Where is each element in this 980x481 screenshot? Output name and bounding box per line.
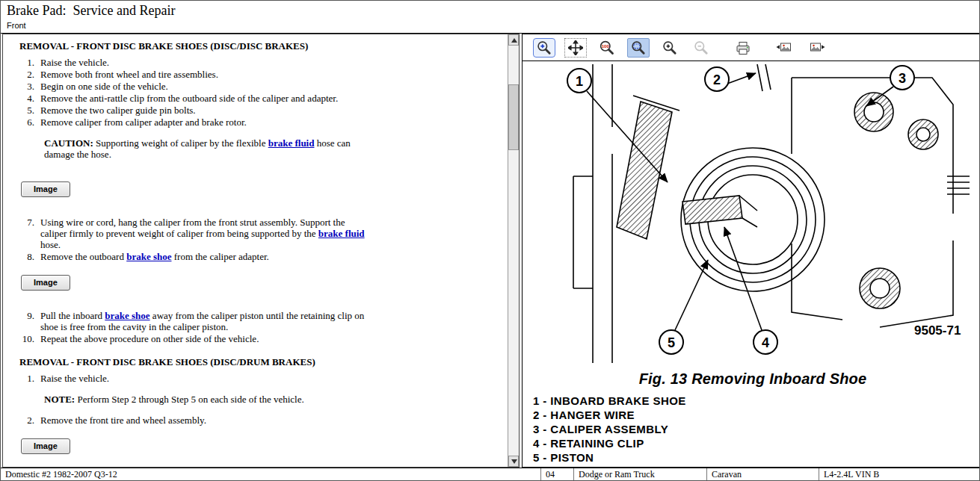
step-text-part: Remove the anti-rattle clip from the out… [40, 93, 338, 104]
step-text-part: Remove the two caliper guide pin bolts. [40, 105, 196, 116]
print-icon [735, 40, 751, 56]
step-text: Remove the two caliper guide pin bolts. [40, 105, 196, 116]
step-text-part: Using wire or cord, hang the caliper fro… [40, 217, 345, 239]
legend-item: 5 - PISTON [533, 450, 979, 465]
figure-area: 1 2 3 4 5 9505-71 Fig. 13 Removing Inboa… [523, 61, 979, 467]
step-text-part: Begin on one side of the vehicle. [40, 81, 168, 92]
image-toolbar: 100 [523, 34, 979, 61]
status-make: Dodge or Ram Truck [573, 468, 706, 480]
step-text: Remove the front tire and wheel assembly… [40, 415, 206, 426]
step-text-part: Raise the vehicle. [40, 57, 109, 68]
brake-fluid-link[interactable]: brake fluid [318, 228, 365, 239]
previous-image-button[interactable] [774, 38, 796, 58]
step-text-part: Remove both front wheel and tire assembl… [40, 69, 218, 80]
caution-text: Supporting weight of caliper by the flex… [93, 137, 268, 149]
procedure-step: 6. Remove caliper from caliper adapter a… [19, 117, 502, 128]
step-number: 6. [19, 117, 40, 128]
figure-caption: Fig. 13 Removing Inboard Shoe [528, 370, 977, 388]
step-text-part: Remove the outboard [40, 251, 126, 262]
status-database: Domestic #2 1982-2007 Q3-12 [1, 468, 540, 480]
procedure-step: 5. Remove the two caliper guide pin bolt… [19, 105, 502, 116]
scroll-down-button[interactable] [508, 456, 519, 467]
step-text: Using wire or cord, hang the caliper fro… [40, 217, 373, 250]
brake-assembly-drawing [573, 64, 970, 363]
step-number: 1. [19, 373, 40, 384]
step-number: 2. [19, 415, 40, 426]
note-paragraph: NOTE: Perform Step 2 through Step 5 on e… [44, 394, 433, 405]
callout-3-label: 3 [899, 71, 906, 86]
brake-shoe-link[interactable]: brake shoe [105, 310, 150, 321]
step-text-part: Remove the front tire and wheel assembly… [40, 415, 206, 426]
step-text-part: hose. [40, 239, 61, 250]
main-area: REMOVAL - FRONT DISC BRAKE SHOES (DISC/D… [1, 34, 979, 468]
step-text-part: from the caliper adapter. [171, 251, 268, 262]
print-button[interactable] [732, 38, 754, 58]
step-text-part: Pull the inboard [40, 310, 105, 321]
procedure-step: 4. Remove the anti-rattle clip from the … [19, 93, 502, 104]
step-text: Remove both front wheel and tire assembl… [40, 69, 218, 80]
app-window: Brake Pad: Service and Repair Front REMO… [0, 0, 980, 481]
step-text-part: Raise the vehicle. [40, 373, 109, 384]
document-panel: REMOVAL - FRONT DISC BRAKE SHOES (DISC/D… [2, 34, 520, 468]
step-text: Remove the outboard brake shoe from the … [40, 251, 269, 262]
zoom-in-step-icon [662, 40, 678, 56]
status-bar: Domestic #2 1982-2007 Q3-12 04 Dodge or … [1, 468, 979, 480]
procedure-step: 8. Remove the outboard brake shoe from t… [19, 251, 502, 262]
next-image-button[interactable] [805, 38, 828, 58]
drawing-number: 9505-71 [914, 323, 961, 338]
page-title: Brake Pad: Service and Repair [7, 3, 973, 19]
scroll-thumb[interactable] [508, 84, 519, 150]
zoom-100-button[interactable]: 100 [596, 38, 618, 58]
zoom-in-icon [536, 40, 552, 56]
procedure-step: 2. Remove both front wheel and tire asse… [19, 69, 502, 80]
procedure-step: 9. Pull the inboard brake shoe away from… [19, 310, 502, 332]
procedure-step: 10. Repeat the above procedure on other … [19, 333, 502, 344]
section-heading-disc-disc: REMOVAL - FRONT DISC BRAKE SHOES (DISC/D… [19, 40, 502, 52]
procedure-step: 1. Raise the vehicle. [19, 57, 502, 68]
zoom-window-icon [630, 40, 647, 56]
brake-shoe-link[interactable]: brake shoe [126, 251, 171, 262]
status-model: Caravan [706, 468, 819, 480]
document-scrollbar[interactable] [508, 34, 519, 467]
figure-canvas[interactable]: 1 2 3 4 5 9505-71 [528, 64, 977, 366]
zoom-in-button[interactable] [533, 38, 555, 58]
scroll-track[interactable] [508, 46, 519, 456]
image-panel: 100 [522, 34, 979, 468]
status-year: 04 [540, 468, 573, 480]
scroll-up-button[interactable] [508, 34, 519, 46]
step-number: 1. [19, 57, 40, 68]
svg-text:100: 100 [602, 43, 610, 49]
next-image-icon [807, 40, 825, 56]
image-button-1[interactable]: Image [21, 181, 70, 197]
image-button-2[interactable]: Image [21, 275, 70, 291]
page-header: Brake Pad: Service and Repair Front [1, 1, 979, 34]
step-number: 7. [19, 217, 40, 250]
step-text: Remove caliper from caliper adapter and … [40, 117, 247, 128]
callout-2-label: 2 [713, 72, 721, 87]
image-button-3[interactable]: Image [21, 438, 70, 454]
zoom-window-button[interactable] [627, 38, 650, 58]
step-number: 10. [19, 333, 40, 344]
step-text: Raise the vehicle. [40, 373, 109, 384]
step-number: 9. [19, 310, 40, 332]
step-text: Remove the anti-rattle clip from the out… [40, 93, 338, 104]
pan-button[interactable] [564, 38, 587, 58]
step-text-part: Repeat the above procedure on other side… [40, 333, 259, 344]
previous-image-icon [776, 40, 794, 56]
caution-label: CAUTION: [44, 137, 93, 149]
brake-fluid-link[interactable]: brake fluid [268, 137, 315, 149]
callout-1-label: 1 [576, 74, 583, 89]
zoom-out-step-button[interactable] [690, 38, 712, 58]
callout-4-label: 4 [762, 335, 769, 350]
step-text: Begin on one side of the vehicle. [40, 81, 168, 92]
status-engine: L4-2.4L VIN B [819, 468, 979, 480]
procedure-step: 7. Using wire or cord, hang the caliper … [19, 217, 502, 250]
page-subtitle: Front [7, 21, 973, 30]
zoom-in-step-button[interactable] [659, 38, 681, 58]
step-number: 2. [19, 69, 40, 80]
callout-5-label: 5 [668, 335, 675, 350]
procedure-step: 1. Raise the vehicle. [19, 373, 502, 384]
legend-item: 1 - INBOARD BRAKE SHOE [533, 394, 979, 408]
document-content: REMOVAL - FRONT DISC BRAKE SHOES (DISC/D… [3, 34, 508, 467]
legend-item: 4 - RETAINING CLIP [533, 436, 979, 450]
